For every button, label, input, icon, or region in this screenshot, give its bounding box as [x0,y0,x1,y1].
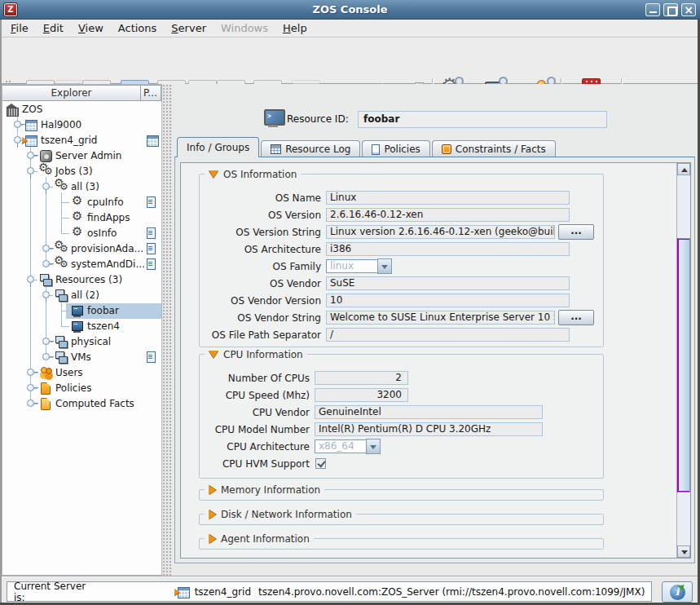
triangle-collapsed-icon[interactable] [209,510,216,519]
tree-toggle-handle[interactable] [27,152,34,159]
tree-item-label: Hal9000 [41,117,81,133]
combo-os-family[interactable]: linux [326,258,392,274]
field-label: OS Family [203,261,321,272]
section-title-text: Memory Information [221,484,320,496]
p-header-col[interactable]: P... [140,85,161,101]
tree-toggle-handle[interactable] [27,384,34,391]
tree-toggle-handle[interactable] [42,353,50,360]
tree-toggle-handle[interactable] [42,291,50,298]
tree-item-zos[interactable]: ZOS [2,102,161,117]
tree-toggle-handle[interactable] [14,121,21,128]
menu-actions[interactable]: Actions [111,20,165,36]
checkbox-cpu-hvm-support[interactable] [315,458,326,469]
tab-label: Policies [384,144,420,155]
menu-file[interactable]: File [3,20,36,36]
scroll-down-button[interactable] [677,545,690,558]
tab-label: Resource Log [285,144,350,155]
tree-toggle-handle[interactable] [27,276,34,283]
field-os-version[interactable]: 2.6.16.46-0.12-xen [326,208,570,222]
window-controls [645,3,696,16]
tree-item-foobar[interactable]: foobar [2,303,161,319]
form-row: CPU Speed (Mhz)3200 [200,386,603,404]
explorer-panel: Explorer P... ZOSHal9000tszen4_gridServe… [2,84,162,576]
tree-toggle-handle[interactable] [27,369,34,376]
vertical-scrollbar[interactable] [676,163,690,558]
resource-icon [263,108,283,128]
tree-toggle-handle[interactable] [27,400,34,407]
tree-item-tszen4[interactable]: tszen4 [2,319,161,334]
menu-edit[interactable]: Edit [36,20,71,36]
field-os-vendor[interactable]: SuSE [326,276,570,290]
ellipsis-button[interactable]: ... [558,224,594,240]
tree-item-server-admin[interactable]: Server Admin [2,148,161,164]
field-label: CPU Speed (Mhz) [203,390,310,401]
minimize-button[interactable] [645,3,660,16]
tab-constraints-facts[interactable]: Constraints / Facts [432,140,556,157]
title-bar[interactable]: Z ZOS Console [0,0,700,20]
tree-toggle-handle[interactable] [42,338,50,345]
ellipsis-button[interactable]: ... [558,310,594,325]
menu-server[interactable]: Server [164,20,214,36]
field-number-of-cpus[interactable]: 2 [315,371,408,385]
tree-toggle-handle[interactable] [14,136,21,144]
tree-item-label: physical [71,334,111,350]
tree-item-computed-facts[interactable]: Computed Facts [2,396,161,412]
tree-item-hal9000[interactable]: Hal9000 [2,117,161,133]
resource-id-label: Resource ID: [287,113,349,125]
tab-policies[interactable]: Policies [362,140,429,157]
splitter[interactable] [162,84,172,576]
tree-item-systemanddi[interactable]: systemAndDi... [2,257,161,272]
field-os-vendor-string[interactable]: Welcome to SUSE Linux Enterprise Server … [326,311,555,325]
field-os-name[interactable]: Linux [326,191,570,205]
chevron-down-icon[interactable] [377,258,392,274]
tree-item-vms[interactable]: VMs [2,350,161,365]
triangle-expanded-icon[interactable] [209,351,218,358]
menu-help[interactable]: Help [275,20,315,36]
resource-id-field[interactable]: foobar [358,111,607,128]
field-cpu-vendor[interactable]: GenuineIntel [315,405,543,419]
field-label: OS Name [203,192,321,204]
maximize-button[interactable] [663,3,678,16]
tree-item-label: Resources (3) [55,272,122,288]
tree-item-label: provisionAda... [71,241,143,257]
server-info-button[interactable] [662,581,693,603]
tree-toggle-handle[interactable] [27,167,34,174]
explorer-header-col[interactable]: Explorer [2,85,141,101]
field-label: OS File Path Separator [203,329,321,341]
doc-icon [146,227,159,240]
section-title-text: CPU Information [223,349,303,360]
triangle-collapsed-icon[interactable] [209,534,216,544]
tree-item-resources-3[interactable]: Resources (3) [2,272,161,288]
tree-item-all-2[interactable]: all (2) [2,288,161,303]
tree-item-policies[interactable]: Policies [2,381,161,396]
tree-item-tszen4-grid[interactable]: tszen4_grid [2,133,161,148]
section-title: Disk / Network Information [205,507,356,521]
tree-item-provisionada[interactable]: provisionAda... [2,241,161,257]
tree-item-physical[interactable]: physical [2,334,161,350]
menu-view[interactable]: View [71,20,111,36]
tree-toggle-handle[interactable] [42,183,50,190]
tree-item-jobs-3[interactable]: Jobs (3) [2,164,161,179]
doc-icon [146,351,159,364]
tree-item-osinfo[interactable]: osInfo [2,226,161,241]
tree-toggle-handle[interactable] [42,245,50,252]
field-os-vendor-version[interactable]: 10 [326,294,570,307]
field-os-version-string[interactable]: Linux version 2.6.16.46-0.12-xen (geeko@… [326,225,555,239]
field-cpu-speed-mhz[interactable]: 3200 [315,388,408,402]
tree-item-users[interactable]: Users [2,365,161,381]
chevron-down-icon[interactable] [366,439,381,454]
triangle-collapsed-icon[interactable] [209,485,216,495]
tab-info-groups[interactable]: Info / Groups [177,137,259,157]
gear-icon [71,196,84,209]
field-os-file-path-separator[interactable]: / [326,328,570,342]
building-icon [6,103,19,116]
combo-cpu-architecture[interactable]: x86_64 [315,439,381,454]
scroll-thumb[interactable] [677,238,690,492]
field-os-architecture[interactable]: i386 [326,242,570,256]
triangle-expanded-icon[interactable] [209,170,218,178]
tree-toggle-handle[interactable] [42,260,50,267]
field-cpu-model-number[interactable]: Intel(R) Pentium(R) D CPU 3.20GHz [315,422,543,436]
scroll-up-button[interactable] [677,163,690,175]
tab-resource-log[interactable]: Resource Log [261,140,360,157]
close-button[interactable] [681,3,696,16]
